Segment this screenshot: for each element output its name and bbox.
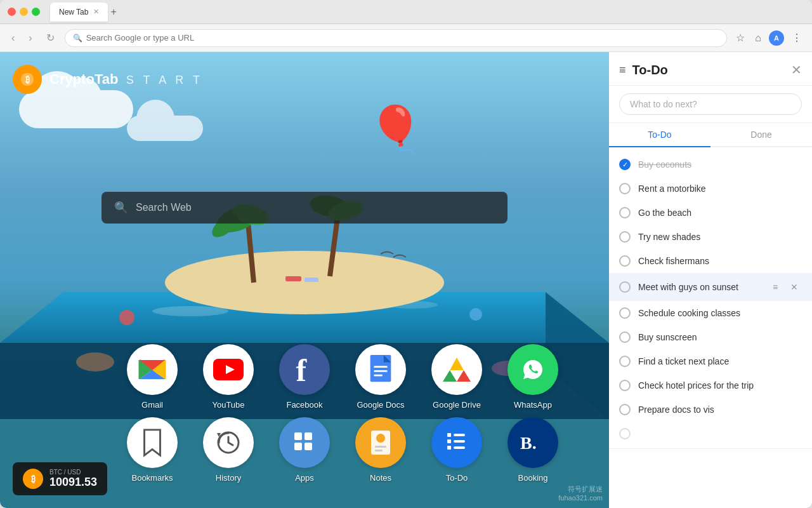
booking-label: Booking bbox=[518, 473, 548, 483]
todo-item-11[interactable]: Prepare docs to vis bbox=[609, 398, 812, 422]
hot-air-balloon: 🎈 bbox=[368, 103, 419, 155]
app-icon-apps[interactable]: Apps bbox=[266, 417, 343, 483]
todo-checkbox-1[interactable]: ✓ bbox=[619, 159, 631, 170]
todo-item-1[interactable]: ✓ Buy coconuts bbox=[609, 152, 812, 177]
btc-icon: ₿ bbox=[23, 469, 43, 489]
close-window-button[interactable] bbox=[8, 8, 16, 16]
new-tab-button[interactable]: + bbox=[110, 6, 116, 18]
cryptotab-logo: ₿ CryptoTab S T A R T bbox=[13, 65, 203, 94]
svg-rect-44 bbox=[454, 434, 465, 436]
tab-close-icon[interactable]: ✕ bbox=[93, 8, 99, 16]
app-icon-todo[interactable]: 11 To-Do bbox=[419, 417, 495, 483]
svg-rect-14 bbox=[285, 276, 301, 281]
app-icons-row-2: Bookmarks History Apps bbox=[114, 417, 571, 483]
todo-checkbox-7[interactable] bbox=[619, 307, 631, 319]
search-icon: 🔍 bbox=[73, 34, 82, 43]
minimize-window-button[interactable] bbox=[20, 8, 28, 16]
app-icon-bookmarks[interactable]: Bookmarks bbox=[114, 417, 190, 483]
traffic-lights bbox=[8, 8, 40, 16]
nav-bar: ‹ › ↻ 🔍 ☆ ⌂ A ⋮ bbox=[0, 24, 812, 52]
svg-rect-45 bbox=[447, 439, 451, 443]
notes-circle bbox=[355, 417, 406, 468]
search-input[interactable] bbox=[136, 202, 495, 213]
user-avatar[interactable]: A bbox=[769, 30, 784, 46]
todo-text-9: Find a ticket next place bbox=[638, 356, 802, 366]
svg-rect-23 bbox=[370, 355, 391, 382]
browser-window: New Tab ✕ + ‹ › ↻ 🔍 ☆ ⌂ A ⋮ bbox=[0, 0, 812, 508]
active-tab[interactable]: New Tab ✕ bbox=[50, 3, 108, 22]
todo-checkbox-3[interactable] bbox=[619, 207, 631, 218]
app-icon-booking[interactable]: B. Booking bbox=[495, 417, 571, 483]
todo-item-4[interactable]: Try new shades bbox=[609, 225, 812, 249]
todo-checkbox-11[interactable] bbox=[619, 404, 631, 415]
todo-checkbox-9[interactable] bbox=[619, 356, 631, 367]
reload-button[interactable]: ↻ bbox=[43, 29, 58, 46]
todo-circle: 11 bbox=[431, 417, 482, 468]
todo-item-3[interactable]: Go the beach bbox=[609, 201, 812, 225]
svg-rect-38 bbox=[304, 443, 312, 450]
todo-checkbox-2[interactable] bbox=[619, 183, 631, 194]
address-input[interactable] bbox=[86, 33, 719, 43]
todo-text-6: Meet with guys on sunset bbox=[638, 282, 760, 292]
whatsapp-label: WhatsApp bbox=[514, 400, 552, 410]
app-icon-youtube[interactable]: YouTube bbox=[190, 344, 266, 410]
content-area: 🎈 ₿ CryptoTab S T A R T bbox=[0, 52, 812, 508]
svg-point-17 bbox=[469, 308, 482, 321]
todo-item-6-delete-button[interactable]: ✕ bbox=[787, 279, 802, 295]
svg-marker-30 bbox=[443, 370, 457, 382]
todo-badge: 11 bbox=[472, 417, 482, 427]
todo-item-2[interactable]: Rent a motorbike bbox=[609, 177, 812, 201]
tab-done[interactable]: Done bbox=[710, 123, 812, 147]
todo-checkbox-5[interactable] bbox=[619, 255, 631, 267]
back-button[interactable]: ‹ bbox=[8, 30, 18, 46]
todo-new-item-input[interactable] bbox=[619, 93, 802, 115]
bookmarks-label: Bookmarks bbox=[131, 473, 173, 483]
bookmark-star-button[interactable]: ☆ bbox=[733, 29, 747, 46]
todo-text-2: Rent a motorbike bbox=[638, 184, 802, 194]
todo-checkbox-8[interactable] bbox=[619, 331, 631, 343]
todo-input-area bbox=[609, 86, 812, 123]
new-tab-page: 🎈 ₿ CryptoTab S T A R T bbox=[0, 52, 609, 508]
todo-checkbox-10[interactable] bbox=[619, 380, 631, 391]
menu-button[interactable]: ⋮ bbox=[789, 29, 804, 46]
app-icon-gmail[interactable]: Gmail bbox=[114, 344, 190, 410]
todo-close-button[interactable]: ✕ bbox=[791, 62, 802, 77]
todo-item-5[interactable]: Check fishermans bbox=[609, 249, 812, 273]
todo-list: ✓ Buy coconuts Rent a motorbike Go the b… bbox=[609, 147, 812, 508]
todo-checkbox-6[interactable] bbox=[619, 281, 631, 293]
app-icon-notes[interactable]: Notes bbox=[343, 417, 419, 483]
btc-label: BTC / USD bbox=[49, 469, 97, 476]
svg-rect-35 bbox=[294, 432, 302, 440]
todo-item-empty[interactable] bbox=[609, 422, 812, 446]
todo-item-8[interactable]: Buy sunscreen bbox=[609, 325, 812, 349]
svg-rect-27 bbox=[374, 375, 382, 377]
app-icon-facebook[interactable]: f Facebook bbox=[266, 344, 343, 410]
history-label: History bbox=[216, 473, 241, 483]
tab-todo[interactable]: To-Do bbox=[609, 123, 710, 147]
todo-item-6[interactable]: Meet with guys on sunset ≡ ✕ bbox=[609, 273, 812, 301]
address-bar[interactable]: 🔍 bbox=[65, 29, 728, 47]
svg-rect-25 bbox=[374, 366, 387, 368]
svg-rect-37 bbox=[294, 443, 302, 450]
search-icon: 🔍 bbox=[114, 201, 128, 215]
todo-item-10[interactable]: Check hotel prices for the trip bbox=[609, 373, 812, 398]
todo-item-9[interactable]: Find a ticket next place bbox=[609, 349, 812, 373]
svg-rect-46 bbox=[454, 440, 465, 443]
home-button[interactable]: ⌂ bbox=[752, 30, 764, 46]
svg-point-18 bbox=[76, 352, 114, 371]
btc-value: 10091.53 bbox=[49, 476, 97, 489]
todo-item-7[interactable]: Schedule cooking classes bbox=[609, 301, 812, 325]
watermark-line2: fuhao321.com bbox=[558, 494, 603, 502]
app-icon-google-drive[interactable]: Google Drive bbox=[419, 344, 495, 410]
app-icon-google-docs[interactable]: Google Docs bbox=[343, 344, 419, 410]
maximize-window-button[interactable] bbox=[32, 8, 40, 16]
app-icon-whatsapp[interactable]: WhatsApp bbox=[495, 344, 571, 410]
svg-marker-31 bbox=[457, 370, 471, 382]
title-bar: New Tab ✕ + bbox=[0, 0, 812, 24]
svg-marker-29 bbox=[450, 358, 464, 370]
app-icon-history[interactable]: History bbox=[190, 417, 266, 483]
forward-button[interactable]: › bbox=[25, 30, 36, 46]
todo-checkbox-4[interactable] bbox=[619, 231, 631, 243]
search-bar[interactable]: 🔍 bbox=[102, 192, 508, 224]
todo-item-6-reorder-button[interactable]: ≡ bbox=[768, 279, 783, 295]
